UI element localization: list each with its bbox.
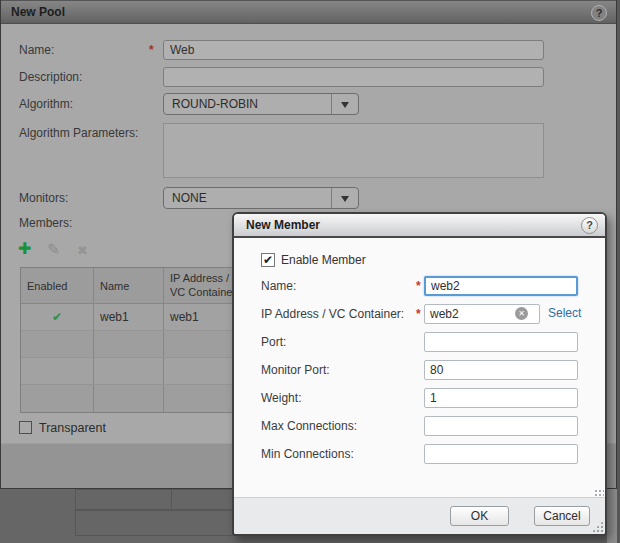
resize-grip-icon[interactable] [592, 521, 603, 532]
weight-input[interactable] [424, 388, 578, 408]
monitor-port-input[interactable] [424, 360, 578, 380]
edit-member-icon[interactable]: ✎ [47, 242, 60, 258]
min-connections-label: Min Connections: [261, 447, 354, 461]
cancel-button[interactable]: Cancel [534, 506, 590, 526]
new-pool-titlebar[interactable]: New Pool ? [1, 0, 616, 24]
name-label: Name: [19, 43, 54, 57]
new-member-content: ✔ Enable Member Name: * IP Address / VC … [234, 238, 605, 497]
algorithm-parameters-label: Algorithm Parameters: [19, 126, 138, 140]
enabled-check-icon: ✔ [21, 304, 94, 330]
algorithm-dropdown-button[interactable] [331, 94, 358, 114]
help-icon[interactable]: ? [581, 217, 598, 234]
member-ip-label: IP Address / VC Container: [261, 307, 404, 321]
transparent-checkbox[interactable] [19, 421, 32, 434]
algorithm-dropdown[interactable]: ROUND-ROBIN [163, 93, 359, 115]
new-member-titlebar[interactable]: New Member ? [234, 214, 605, 238]
enable-member-label: Enable Member [281, 253, 366, 267]
background-table-fragment [75, 510, 233, 536]
description-label: Description: [19, 70, 82, 84]
new-member-title: New Member [246, 218, 320, 232]
port-input[interactable] [424, 332, 578, 352]
algorithm-selected-value: ROUND-ROBIN [164, 94, 331, 114]
member-name-input[interactable] [424, 276, 578, 296]
max-connections-label: Max Connections: [261, 419, 357, 433]
algorithm-label: Algorithm: [19, 97, 73, 111]
algorithm-parameters-textarea[interactable] [163, 123, 544, 178]
column-header-name[interactable]: Name [94, 268, 164, 303]
background-table-fragment [75, 489, 233, 510]
select-link[interactable]: Select [548, 306, 581, 320]
screen: New Pool ? Name: * Description: Algorith… [0, 0, 620, 543]
column-header-enabled[interactable]: Enabled [21, 268, 94, 303]
required-asterisk-icon: * [149, 43, 161, 57]
monitors-dropdown-button[interactable] [331, 188, 358, 208]
monitor-port-label: Monitor Port: [261, 363, 330, 377]
new-pool-title: New Pool [11, 5, 65, 19]
add-member-icon[interactable]: ✚ [18, 241, 31, 257]
dropdown-arrow-icon [341, 196, 349, 202]
clear-input-icon[interactable]: ✕ [515, 307, 528, 320]
resize-grip-icon[interactable] [594, 489, 604, 497]
enable-member-checkbox[interactable]: ✔ [261, 253, 275, 267]
weight-label: Weight: [261, 391, 301, 405]
new-member-dialog: New Member ? ✔ Enable Member Name: * IP … [232, 212, 607, 536]
new-member-footer: OK Cancel [234, 497, 605, 534]
members-label: Members: [19, 216, 72, 230]
member-name-label: Name: [261, 279, 296, 293]
monitors-selected-value: NONE [164, 188, 331, 208]
pool-description-input[interactable] [163, 67, 544, 87]
port-label: Port: [261, 335, 286, 349]
monitors-label: Monitors: [19, 191, 68, 205]
dropdown-arrow-icon [341, 102, 349, 108]
member-name-cell: web1 [94, 304, 164, 330]
ok-button[interactable]: OK [450, 506, 509, 526]
min-connections-input[interactable] [424, 444, 578, 464]
pool-name-input[interactable] [163, 40, 544, 60]
help-icon[interactable]: ? [591, 5, 607, 21]
required-asterisk-icon: * [416, 279, 421, 293]
monitors-dropdown[interactable]: NONE [163, 187, 359, 209]
max-connections-input[interactable] [424, 416, 578, 436]
transparent-label: Transparent [39, 421, 106, 435]
delete-member-icon[interactable]: ✖ [77, 243, 88, 259]
required-asterisk-icon: * [416, 307, 421, 321]
